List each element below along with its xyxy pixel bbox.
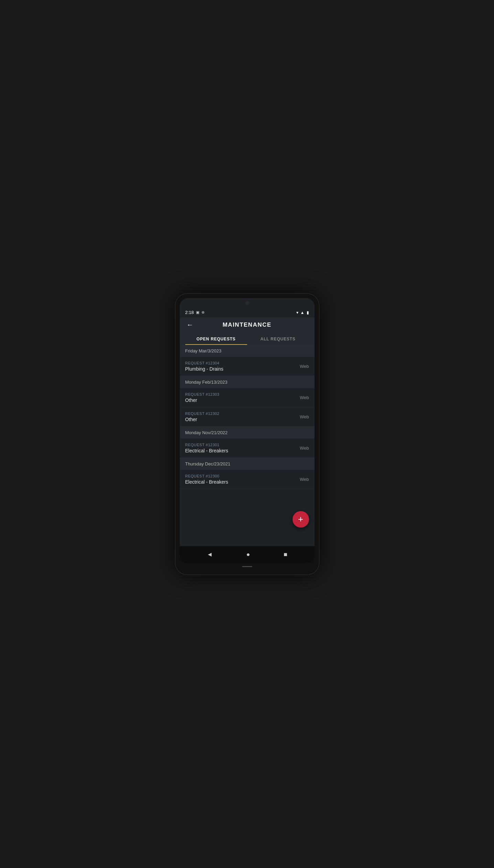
request-source: Web [300, 477, 309, 482]
request-title: Other [185, 417, 220, 422]
sim-card-2-icon: ⊕ [201, 310, 205, 315]
back-nav-button[interactable]: ◄ [204, 548, 216, 561]
request-title: Electrical - Breakers [185, 479, 228, 485]
request-item[interactable]: REQUEST #12304 Plumbing - Drains Web [180, 357, 315, 376]
date-group-header: Monday Feb/13/2023 [180, 376, 315, 388]
request-title: Electrical - Breakers [185, 448, 228, 453]
device-screen: 2:18 ▣ ⊕ ▾ ▲ ▮ ← MAINTENANCE OPEN REQUES… [180, 298, 315, 563]
header-top: ← MAINTENANCE [185, 322, 309, 333]
home-bar [242, 566, 252, 567]
request-number: REQUEST #12301 [185, 443, 228, 447]
request-info: REQUEST #12300 Electrical - Breakers [185, 474, 228, 485]
device-frame: 2:18 ▣ ⊕ ▾ ▲ ▮ ← MAINTENANCE OPEN REQUES… [175, 293, 319, 575]
request-info: REQUEST #12302 Other [185, 412, 220, 422]
tabs-container: OPEN REQUESTS ALL REQUESTS [185, 333, 309, 345]
date-group-header: Friday Mar/3/2023 [180, 345, 315, 357]
request-item[interactable]: REQUEST #12301 Electrical - Breakers Web [180, 439, 315, 458]
request-source: Web [300, 446, 309, 451]
request-number: REQUEST #12302 [185, 412, 220, 416]
request-number: REQUEST #12303 [185, 392, 220, 396]
tab-open-requests[interactable]: OPEN REQUESTS [185, 333, 247, 345]
request-info: REQUEST #12301 Electrical - Breakers [185, 443, 228, 453]
recent-apps-button[interactable]: ■ [281, 548, 290, 561]
time-display: 2:18 [185, 310, 194, 315]
page-title: MAINTENANCE [222, 322, 271, 328]
signal-icon: ▲ [300, 310, 305, 315]
home-nav-button[interactable]: ● [244, 548, 253, 561]
request-item[interactable]: REQUEST #12303 Other Web [180, 388, 315, 407]
request-item[interactable]: REQUEST #12302 Other Web [180, 407, 315, 427]
request-source: Web [300, 364, 309, 369]
bottom-navigation: ◄ ● ■ [180, 546, 315, 563]
wifi-icon: ▾ [296, 310, 298, 315]
request-title: Other [185, 397, 220, 403]
request-source: Web [300, 414, 309, 419]
add-request-button[interactable]: + [293, 511, 309, 528]
tab-all-requests[interactable]: ALL REQUESTS [247, 333, 309, 345]
status-bar: 2:18 ▣ ⊕ ▾ ▲ ▮ [180, 308, 315, 317]
battery-icon: ▮ [307, 310, 309, 315]
front-camera-icon [245, 301, 249, 305]
home-indicator-area [180, 563, 315, 570]
camera-area [180, 298, 315, 308]
status-right: ▾ ▲ ▮ [296, 310, 309, 315]
request-source: Web [300, 395, 309, 400]
app-header: ← MAINTENANCE OPEN REQUESTS ALL REQUESTS [180, 317, 315, 345]
request-number: REQUEST #12304 [185, 361, 223, 365]
request-item[interactable]: REQUEST #12300 Electrical - Breakers Web [180, 470, 315, 489]
date-group-header: Thursday Dec/23/2021 [180, 458, 315, 470]
request-info: REQUEST #12304 Plumbing - Drains [185, 361, 223, 372]
request-number: REQUEST #12300 [185, 474, 228, 478]
request-title: Plumbing - Drains [185, 366, 223, 372]
status-left: 2:18 ▣ ⊕ [185, 310, 205, 315]
date-group-header: Monday Nov/21/2022 [180, 427, 315, 439]
requests-list: Friday Mar/3/2023 REQUEST #12304 Plumbin… [180, 345, 315, 546]
request-info: REQUEST #12303 Other [185, 392, 220, 403]
back-button[interactable]: ← [185, 319, 195, 330]
sim-card-icon: ▣ [196, 310, 199, 315]
